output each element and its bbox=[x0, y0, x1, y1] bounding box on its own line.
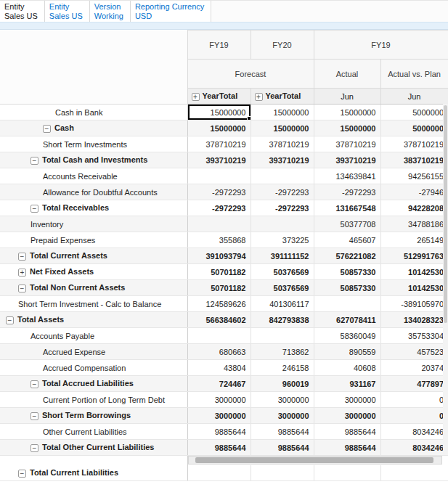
data-cell[interactable]: 378710219 bbox=[251, 136, 314, 152]
data-cell[interactable]: 566384602 bbox=[187, 312, 251, 328]
data-cell[interactable]: 131667548 bbox=[314, 200, 380, 216]
data-cell[interactable]: 457523 bbox=[380, 344, 448, 360]
horizontal-scrollbar-thumb[interactable] bbox=[195, 457, 434, 463]
row-header[interactable]: Accrued Compensation bbox=[0, 360, 187, 376]
data-cell[interactable]: 842793838 bbox=[251, 312, 314, 328]
data-cell[interactable]: 477897 bbox=[380, 376, 448, 392]
data-cell[interactable]: 15000000 bbox=[251, 105, 314, 120]
row-header[interactable]: −Total Receivables bbox=[0, 200, 187, 216]
data-cell[interactable]: 355868 bbox=[187, 232, 251, 248]
data-cell[interactable] bbox=[187, 328, 251, 344]
data-cell[interactable]: 50377708 bbox=[314, 216, 380, 232]
row-header[interactable]: −Total Current Liabilities bbox=[0, 465, 187, 481]
row-header[interactable]: −Total Other Current Liabilities bbox=[0, 440, 187, 456]
data-cell[interactable]: 50857330 bbox=[314, 280, 380, 296]
data-cell[interactable]: 94256155 bbox=[380, 168, 448, 184]
collapse-icon[interactable]: − bbox=[30, 444, 38, 452]
collapse-icon[interactable]: − bbox=[18, 285, 26, 292]
column-header-year-fy19-actual[interactable]: FY19 bbox=[314, 30, 448, 60]
row-header[interactable]: Other Current Liabilities bbox=[0, 424, 187, 440]
data-cell[interactable]: 43804 bbox=[187, 360, 251, 376]
pov-tab-1[interactable]: EntitySales US bbox=[0, 1, 45, 22]
data-cell[interactable]: 391093794 bbox=[187, 248, 251, 264]
collapse-icon[interactable]: − bbox=[30, 205, 38, 213]
collapse-icon[interactable]: − bbox=[43, 125, 51, 133]
data-cell[interactable]: 378710219 bbox=[380, 136, 448, 152]
data-cell[interactable]: 3000000 bbox=[187, 408, 251, 424]
row-header[interactable]: Current Portion of Long Term Debt bbox=[0, 392, 187, 408]
row-header[interactable]: −Short Term Borrowings bbox=[0, 408, 187, 424]
data-cell[interactable]: 9885644 bbox=[251, 440, 314, 456]
pov-member-value[interactable]: Sales US bbox=[49, 12, 83, 21]
data-cell[interactable]: 401306117 bbox=[251, 296, 314, 312]
data-cell[interactable]: 8034246 bbox=[380, 424, 448, 440]
row-header[interactable]: Allowance for Doubtful Accounts bbox=[0, 184, 187, 200]
row-header[interactable]: −Cash bbox=[0, 120, 187, 136]
expand-icon[interactable]: + bbox=[255, 93, 263, 101]
collapse-icon[interactable]: − bbox=[30, 157, 38, 165]
data-cell[interactable] bbox=[251, 465, 314, 481]
data-cell[interactable]: 378710219 bbox=[314, 136, 380, 152]
row-header[interactable]: Accounts Payable bbox=[0, 328, 187, 344]
data-cell[interactable]: 265149 bbox=[380, 232, 448, 248]
data-cell[interactable] bbox=[314, 465, 380, 481]
data-cell[interactable]: 50376569 bbox=[251, 280, 314, 296]
data-cell[interactable]: 34788186 bbox=[380, 216, 448, 232]
row-header[interactable]: −Total Accrued Liabilities bbox=[0, 376, 187, 392]
data-cell[interactable]: 960019 bbox=[251, 376, 314, 392]
data-cell[interactable]: 10142530 bbox=[380, 264, 448, 280]
row-header[interactable]: Accounts Receivable bbox=[0, 168, 187, 184]
data-cell[interactable]: 3000000 bbox=[251, 392, 314, 408]
column-header-year-fy19[interactable]: FY19 bbox=[187, 30, 251, 60]
pov-tab-4[interactable]: Reporting CurrencyUSD bbox=[131, 1, 211, 22]
data-cell[interactable]: 373225 bbox=[251, 232, 314, 248]
vertical-scrollbar-thumb[interactable] bbox=[444, 105, 447, 323]
data-cell[interactable]: 20374 bbox=[380, 360, 448, 376]
data-cell[interactable]: 383710219 bbox=[380, 152, 448, 168]
data-cell[interactable]: 391111152 bbox=[251, 248, 314, 264]
pov-tab-3[interactable]: VersionWorking bbox=[90, 1, 131, 22]
collapse-icon[interactable]: − bbox=[18, 470, 26, 478]
data-cell[interactable]: 5000000 bbox=[380, 120, 448, 136]
data-cell[interactable]: 5000000 bbox=[380, 105, 448, 120]
data-cell[interactable]: 3000000 bbox=[314, 392, 380, 408]
data-cell[interactable]: 680663 bbox=[187, 344, 251, 360]
data-cell[interactable] bbox=[251, 216, 314, 232]
row-header[interactable]: Accrued Expense bbox=[0, 344, 187, 360]
data-cell[interactable]: 58360049 bbox=[314, 328, 380, 344]
data-cell[interactable]: 576221082 bbox=[314, 248, 380, 264]
expand-icon[interactable]: + bbox=[192, 93, 200, 101]
row-header[interactable]: −Total Cash and Investments bbox=[0, 152, 187, 168]
column-header-scenario-actual[interactable]: Actual bbox=[314, 60, 380, 89]
column-header-year-fy20[interactable]: FY20 bbox=[251, 30, 314, 60]
column-header-period-yeartotal-2[interactable]: +YearTotal bbox=[251, 89, 314, 105]
data-cell[interactable]: 512991763 bbox=[380, 248, 448, 264]
data-cell[interactable]: 15000000 bbox=[187, 120, 251, 136]
data-cell[interactable]: 50701182 bbox=[187, 280, 251, 296]
pov-tab-2[interactable]: EntitySales US bbox=[45, 1, 90, 22]
row-header[interactable]: Inventory bbox=[0, 216, 187, 232]
column-header-period-jun-2[interactable]: Jun bbox=[380, 89, 448, 105]
data-cell[interactable]: 134639841 bbox=[314, 168, 380, 184]
row-header[interactable]: +Net Fixed Assets bbox=[0, 264, 187, 280]
expand-icon[interactable]: + bbox=[18, 269, 26, 277]
collapse-icon[interactable]: − bbox=[30, 380, 38, 388]
collapse-icon[interactable]: − bbox=[6, 316, 14, 324]
data-cell[interactable]: 9885644 bbox=[187, 440, 251, 456]
data-cell[interactable]: 35753304 bbox=[380, 328, 448, 344]
data-cell[interactable]: -2972293 bbox=[187, 200, 251, 216]
data-cell[interactable]: -2972293 bbox=[314, 184, 380, 200]
data-cell[interactable]: 9885644 bbox=[314, 440, 380, 456]
column-header-scenario-forecast[interactable]: Forecast bbox=[187, 60, 314, 89]
data-cell[interactable]: 124589626 bbox=[187, 296, 251, 312]
data-cell[interactable]: 3000000 bbox=[314, 408, 380, 424]
collapse-icon[interactable]: − bbox=[30, 412, 38, 420]
data-cell[interactable]: 3000000 bbox=[251, 408, 314, 424]
column-header-scenario-actual-vs-plan[interactable]: Actual vs. Plan bbox=[380, 60, 448, 89]
pov-member-value[interactable]: USD bbox=[135, 12, 204, 21]
data-cell[interactable]: -27946 bbox=[380, 184, 448, 200]
data-cell[interactable] bbox=[251, 168, 314, 184]
data-cell[interactable] bbox=[187, 465, 251, 481]
data-cell[interactable]: 465607 bbox=[314, 232, 380, 248]
data-cell[interactable]: 15000000 bbox=[314, 105, 380, 120]
